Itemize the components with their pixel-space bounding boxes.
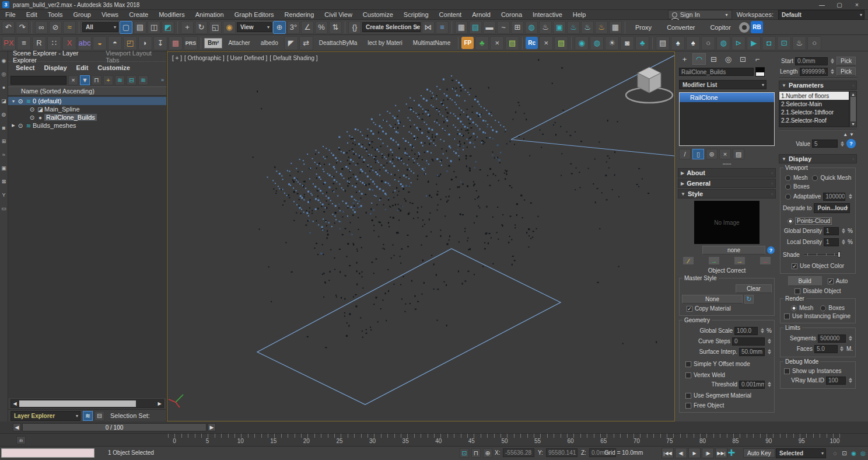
scroll-right-icon[interactable]: ▶ xyxy=(156,400,163,407)
vray-matid-field[interactable]: 100 xyxy=(826,377,846,385)
menu-item-group[interactable]: Group xyxy=(68,10,96,20)
spinner-icon[interactable] xyxy=(848,334,853,343)
select-and-move-icon[interactable]: + xyxy=(181,21,194,34)
spinner-icon[interactable] xyxy=(848,192,853,201)
viewport-layout-tabs[interactable]: Viewport Layout Tabs xyxy=(101,50,166,64)
converter-button[interactable]: Converter xyxy=(660,22,702,33)
paint-select-icon[interactable]: ◗ xyxy=(138,36,152,50)
parameter-item[interactable]: 1.Number of floors xyxy=(779,92,849,100)
snaps-toggle-icon[interactable]: 3° xyxy=(287,21,300,34)
render-mesh-radio[interactable] xyxy=(791,305,797,311)
adaptative-field[interactable]: 100000 xyxy=(823,193,845,201)
zoom-extents-icon[interactable]: ◉ xyxy=(849,448,858,458)
show-end-result-icon[interactable]: ▯ xyxy=(692,149,704,159)
physical-camera-icon[interactable]: ◙ xyxy=(620,36,634,50)
spinner-icon[interactable] xyxy=(830,57,835,65)
menu-item-customize[interactable]: Customize xyxy=(358,10,398,20)
viewport-header-segment[interactable]: [ Default Shading ] xyxy=(270,55,317,61)
footer-layers-icon[interactable]: ≋ xyxy=(83,411,93,421)
import-style-icon[interactable]: → xyxy=(708,256,720,265)
menu-item-modifiers[interactable]: Modifiers xyxy=(153,10,190,20)
local-density-field[interactable]: 1 xyxy=(824,238,839,246)
menu-item-help[interactable]: Help xyxy=(568,10,592,20)
visibility-eye-icon[interactable]: ⊙ xyxy=(28,106,36,113)
schematic-view-icon[interactable]: ⊞ xyxy=(511,21,524,34)
expand-icon[interactable]: ▶ xyxy=(10,123,16,128)
parameter-item[interactable]: 2.2.Selector-Roof xyxy=(779,116,849,124)
explorer-menu-edit[interactable]: Edit xyxy=(72,64,93,71)
menu-item-edit[interactable]: Edit xyxy=(21,10,43,20)
visibility-eye-icon[interactable]: ⊙ xyxy=(16,123,24,129)
expand-icon[interactable]: ▼ xyxy=(10,99,16,103)
drop-to-surface-icon[interactable]: ↧ xyxy=(153,36,167,50)
list-controller-icon[interactable]: ≡ xyxy=(17,36,31,50)
explorer-show-lights-icon[interactable]: ◍ xyxy=(1,111,8,118)
vray-light-icon[interactable]: ◍ xyxy=(590,36,604,50)
previous-frame-button[interactable]: ◀| xyxy=(675,448,687,458)
copy-material-checkbox[interactable]: ✓ Copy Material xyxy=(687,305,772,312)
explorer-show-spacewarps-icon[interactable]: ≈ xyxy=(1,151,8,158)
lock-explorer-icon[interactable]: ⊓ xyxy=(92,75,102,85)
name-column-header[interactable]: Name (Sorted Ascending) xyxy=(8,86,166,96)
slider-thumb[interactable] xyxy=(838,252,841,257)
auto-build-checkbox[interactable]: ✓Auto xyxy=(828,278,848,284)
forest-tools-icon[interactable]: × xyxy=(490,36,504,50)
explorer-show-all-icon[interactable]: ◉ xyxy=(1,57,8,64)
threshold-field[interactable]: 0.001mm xyxy=(739,381,765,389)
explorer-show-xrefs-icon[interactable]: ⊠ xyxy=(1,178,8,185)
bulb-icon[interactable]: ○ xyxy=(807,36,821,50)
scatter-grid-icon[interactable]: ▩ xyxy=(169,36,183,50)
degrade-to-dropdown[interactable]: Poin...loud▾ xyxy=(814,203,850,213)
proxy-button[interactable]: Proxy xyxy=(628,22,659,33)
spinner-icon[interactable] xyxy=(766,347,772,356)
track-bar[interactable]: ılı 051015202530354045505560657075808590… xyxy=(0,434,868,447)
parameter-item[interactable]: 2.Selector-Main xyxy=(779,100,849,108)
adaptative-radio[interactable] xyxy=(785,194,791,200)
layer-row-builds-meshes[interactable]: ▶⊙≋Builds_meshes xyxy=(8,121,166,130)
spinner-icon[interactable] xyxy=(766,380,772,389)
scrollbar-thumb[interactable] xyxy=(19,400,136,407)
spinner-icon[interactable] xyxy=(848,376,853,385)
corona-converter-icon[interactable] xyxy=(739,22,750,33)
teal-window-icon[interactable]: ⊡ xyxy=(777,36,791,50)
scroll-down-icon[interactable]: ▼ xyxy=(851,122,855,126)
menu-item-tools[interactable]: Tools xyxy=(43,10,68,20)
spinner-icon[interactable] xyxy=(841,238,846,246)
free-object-checkbox[interactable]: Free Object xyxy=(685,402,772,409)
spinner-snap-icon[interactable]: ⇅ xyxy=(329,21,342,34)
filter-icon[interactable]: ▼ xyxy=(80,75,90,85)
rendered-frame-icon[interactable]: ▣ xyxy=(553,21,566,34)
use-segment-material-checkbox[interactable]: Use Segment Material xyxy=(685,392,772,399)
rollout-scroll-arrows[interactable]: ▲▼ xyxy=(780,132,856,137)
railclone-tools-icon[interactable]: × xyxy=(539,36,553,50)
scroll-left-icon[interactable]: ◀ xyxy=(11,400,19,407)
explorer-menu-customize[interactable]: Customize xyxy=(93,64,134,71)
layer-row-0-default[interactable]: ▼⊙≋0 (default) xyxy=(8,97,166,105)
select-r-icon[interactable]: R xyxy=(32,36,46,50)
explorer-show-cameras-icon[interactable]: ◙ xyxy=(1,124,8,131)
menu-item-create[interactable]: Create xyxy=(124,10,153,20)
scrollbar-thumb[interactable] xyxy=(850,97,856,121)
layered-sphere-icon[interactable]: ◍ xyxy=(716,36,730,50)
clear-search-icon[interactable]: × xyxy=(68,75,78,85)
spinner-icon[interactable] xyxy=(830,67,835,76)
panel-splitter[interactable]: •••••• xyxy=(678,162,776,167)
explorer-mode-dropdown[interactable]: Layer Explorer▾ xyxy=(10,411,80,421)
object-color-swatch[interactable] xyxy=(755,67,765,76)
spheres-minus-icon[interactable]: ◒ xyxy=(93,36,107,50)
menu-item-corona[interactable]: Corona xyxy=(496,10,527,20)
menu-item-file[interactable]: File xyxy=(0,10,21,20)
motion-tab[interactable]: ◎ xyxy=(722,53,735,65)
restore-button[interactable]: ▢ xyxy=(831,1,848,9)
scene-explorer-toggle-icon[interactable]: ▦ xyxy=(455,21,468,34)
create-tab[interactable]: + xyxy=(678,53,691,65)
viewport-header-segment[interactable]: [ Orthographic ] xyxy=(184,55,225,61)
spinner-icon[interactable] xyxy=(839,344,845,353)
style-rollout[interactable]: ▼Style▫ xyxy=(678,189,776,198)
style-none-button[interactable]: none xyxy=(702,246,765,255)
shade-slider[interactable] xyxy=(804,251,841,258)
forest-tree-icon[interactable]: ♣ xyxy=(475,36,489,50)
configure-modifier-sets-icon[interactable]: ▨ xyxy=(733,149,744,159)
visibility-eye-icon[interactable]: ⊙ xyxy=(16,98,24,104)
render-setup-icon[interactable]: ♨ xyxy=(539,21,552,34)
